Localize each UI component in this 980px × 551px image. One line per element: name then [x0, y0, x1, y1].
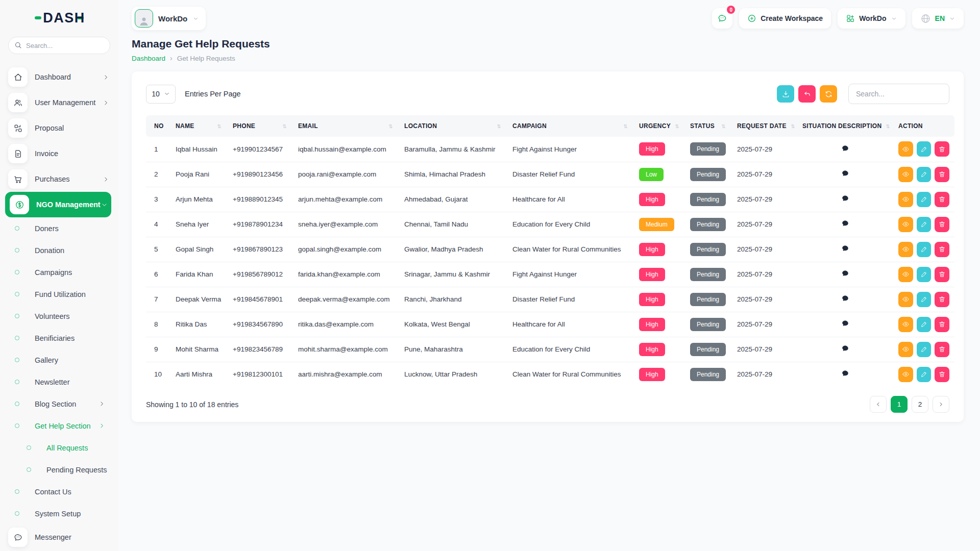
messages-button[interactable]: 0 — [712, 8, 732, 29]
situation-description-button[interactable] — [841, 294, 849, 304]
column-header-status[interactable]: STATUS — [685, 115, 732, 137]
sidebar-item-pending-requests[interactable]: Pending Requests — [0, 459, 118, 481]
pagination-prev-button[interactable] — [870, 396, 887, 413]
edit-button[interactable] — [917, 141, 932, 157]
cell-email: ritika.das@example.com — [293, 312, 399, 337]
edit-button[interactable] — [917, 192, 932, 207]
edit-button[interactable] — [917, 317, 932, 332]
view-button[interactable] — [898, 317, 913, 332]
column-header-name[interactable]: NAME — [170, 115, 228, 137]
brand-logo[interactable]: DASH — [0, 0, 118, 31]
language-selector[interactable]: EN — [912, 8, 964, 29]
sidebar-item-get-help-section[interactable]: Get Help Section — [0, 415, 118, 437]
sidebar-item-user-management[interactable]: User Management — [0, 90, 118, 115]
edit-button[interactable] — [917, 267, 932, 282]
edit-button[interactable] — [917, 217, 932, 232]
delete-button[interactable] — [935, 317, 949, 332]
workspace-switcher[interactable]: WorkDo — [132, 7, 206, 30]
column-header-label: NO — [154, 122, 164, 130]
column-header-urgency[interactable]: URGENCY — [634, 115, 685, 137]
sidebar-item-system-setup[interactable]: System Setup — [0, 503, 118, 524]
requests-table: NONAMEPHONEEMAILLOCATIONCAMPAIGNURGENCYS… — [146, 115, 954, 387]
delete-button[interactable] — [935, 342, 949, 357]
status-badge: Pending — [690, 168, 726, 181]
cell-phone: +919834567890 — [228, 312, 293, 337]
view-button[interactable] — [898, 141, 913, 157]
cell-location: Ranchi, Jharkhand — [399, 287, 507, 312]
situation-description-button[interactable] — [841, 244, 849, 254]
create-workspace-button[interactable]: Create Workspace — [739, 8, 831, 29]
view-button[interactable] — [898, 242, 913, 257]
delete-button[interactable] — [935, 242, 949, 257]
situation-description-button[interactable] — [841, 344, 849, 354]
table-search-input[interactable] — [848, 84, 949, 104]
view-button[interactable] — [898, 217, 913, 232]
plus-circle-icon — [747, 14, 756, 23]
edit-button[interactable] — [917, 342, 932, 357]
delete-button[interactable] — [935, 367, 949, 382]
view-button[interactable] — [898, 267, 913, 282]
sidebar-item-volunteers[interactable]: Volunteers — [0, 305, 118, 327]
view-button[interactable] — [898, 167, 913, 182]
sidebar-item-donation[interactable]: Donation — [0, 239, 118, 261]
sidebar-item-purchases[interactable]: Purchases — [0, 166, 118, 192]
situation-description-button[interactable] — [841, 369, 849, 379]
delete-button[interactable] — [935, 141, 949, 157]
sidebar-item-doners[interactable]: Doners — [0, 217, 118, 239]
sidebar-item-dashboard[interactable]: Dashboard — [0, 64, 118, 90]
view-button[interactable] — [898, 367, 913, 382]
situation-description-button[interactable] — [841, 144, 849, 154]
sidebar-item-gallery[interactable]: Gallery — [0, 349, 118, 371]
sidebar-item-campaigns[interactable]: Campaigns — [0, 261, 118, 283]
delete-button[interactable] — [935, 292, 949, 307]
pagination-page-2[interactable]: 2 — [912, 396, 928, 413]
chevron-right-icon — [102, 99, 110, 107]
situation-description-button[interactable] — [841, 219, 849, 229]
app-menu-button[interactable]: WorkDo — [838, 8, 905, 29]
table-row: 10Aarti Mishra+919812300101aarti.mishra@… — [146, 362, 954, 387]
column-header-email[interactable]: EMAIL — [293, 115, 399, 137]
sidebar-item-newsletter[interactable]: Newsletter — [0, 371, 118, 393]
refresh-button[interactable] — [820, 85, 837, 103]
edit-button[interactable] — [917, 167, 932, 182]
sidebar-item-ngo-management[interactable]: NGO Management — [5, 192, 111, 217]
situation-description-button[interactable] — [841, 269, 849, 279]
eye-icon — [902, 220, 910, 228]
situation-description-button[interactable] — [841, 169, 849, 179]
sidebar-item-blog-section[interactable]: Blog Section — [0, 393, 118, 415]
situation-description-button[interactable] — [841, 319, 849, 329]
sidebar-item-all-requests[interactable]: All Requests — [0, 437, 118, 459]
entries-per-page-select[interactable]: 10 — [146, 85, 176, 104]
breadcrumb-dashboard-link[interactable]: Dashboard — [132, 55, 165, 62]
delete-button[interactable] — [935, 167, 949, 182]
edit-button[interactable] — [917, 292, 932, 307]
sidebar-item-messenger[interactable]: Messenger — [0, 524, 118, 550]
delete-button[interactable] — [935, 192, 949, 207]
reset-button[interactable] — [798, 85, 816, 103]
view-button[interactable] — [898, 192, 913, 207]
column-header-campaign[interactable]: CAMPAIGN — [507, 115, 634, 137]
edit-button[interactable] — [917, 242, 932, 257]
sidebar-item-invoice[interactable]: Invoice — [0, 141, 118, 166]
home-icon — [8, 67, 28, 87]
sidebar-item-contact-us[interactable]: Contact Us — [0, 481, 118, 503]
sidebar-item-fund-utilization[interactable]: Fund Utilization — [0, 283, 118, 305]
sidebar-search-input[interactable] — [8, 37, 110, 54]
column-header-phone[interactable]: PHONE — [228, 115, 293, 137]
export-button[interactable] — [777, 85, 794, 103]
cell-situation-description — [797, 262, 893, 287]
edit-button[interactable] — [917, 367, 932, 382]
sidebar-item-proposal[interactable]: Proposal — [0, 115, 118, 141]
pagination-page-1[interactable]: 1 — [891, 396, 908, 413]
pagination-next-button[interactable] — [933, 396, 949, 413]
sidebar-item-benificiaries[interactable]: Benificiaries — [0, 327, 118, 349]
column-header-location[interactable]: LOCATION — [399, 115, 507, 137]
view-button[interactable] — [898, 342, 913, 357]
delete-button[interactable] — [935, 267, 949, 282]
column-header-request-date[interactable]: REQUEST DATE — [732, 115, 797, 137]
column-header-label: STATUS — [690, 122, 715, 130]
column-header-situation-description[interactable]: SITUATION DESCRIPTION — [797, 115, 893, 137]
delete-button[interactable] — [935, 217, 949, 232]
view-button[interactable] — [898, 292, 913, 307]
situation-description-button[interactable] — [841, 194, 849, 204]
